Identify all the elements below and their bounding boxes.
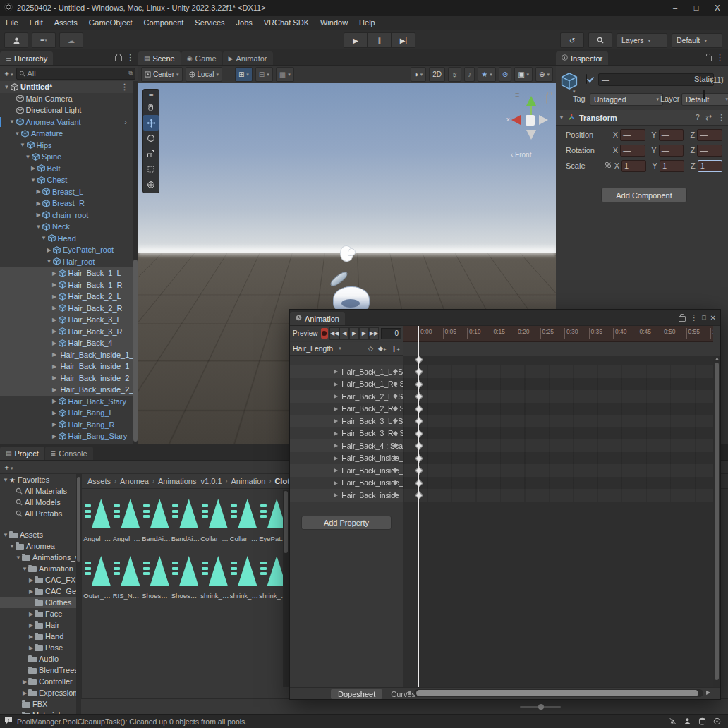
anim-property-hair-back-3-r-scale[interactable]: ▶ Hair_Back_3_R : Scale	[290, 427, 403, 440]
foldout-arrow[interactable]: ▼	[3, 84, 11, 90]
gizmo-x-axis[interactable]	[511, 115, 521, 125]
status-bar[interactable]: PoolManager.PoolCleanupTask(): Cleaned u…	[0, 714, 728, 728]
foldout-arrow[interactable]: ▼	[559, 114, 564, 121]
hierarchy-item-chain-root[interactable]: ▶ chain_root	[0, 210, 133, 222]
search-picker-icon[interactable]: ⧉	[128, 70, 133, 77]
hierarchy-item-chest[interactable]: ▼ Chest	[0, 174, 133, 186]
close-icon[interactable]: ✕	[710, 314, 716, 322]
breadcrumb-anomea[interactable]: Anomea	[120, 477, 149, 485]
hierarchy-item-main-camera[interactable]: Main Camera	[0, 93, 133, 105]
foldout-arrow[interactable]: ▶	[28, 577, 35, 583]
rotate-tool[interactable]	[143, 131, 159, 146]
add-property-button[interactable]: Add Property	[301, 516, 392, 530]
anim-property-hair-back-1-l-scale[interactable]: ▶ Hair_Back_1_L : Scale	[290, 365, 403, 378]
menu-gameobject[interactable]: GameObject	[83, 16, 138, 30]
dopesheet-row[interactable]	[403, 439, 713, 452]
hierarchy-item-directional-light[interactable]: Directional Light	[0, 104, 133, 116]
foldout-arrow[interactable]: ▼	[2, 532, 9, 538]
asset-ris-none[interactable]: RIS_None	[113, 555, 142, 600]
gizmo-center-cube[interactable]	[526, 115, 535, 126]
foldout-arrow[interactable]: ▶	[334, 406, 338, 412]
kebab-menu-icon[interactable]: ⋮	[121, 83, 133, 92]
dopesheet-row[interactable]	[403, 415, 713, 427]
foldout-arrow[interactable]: ▶	[51, 398, 59, 404]
asset-shoes-off[interactable]: Shoes_OFF	[142, 555, 171, 600]
hierarchy-item-hair-back-inside-2-l[interactable]: ▶ Hair_Back_inside_2_L	[0, 372, 133, 384]
overlay-menu-icon[interactable]: ＝	[143, 90, 159, 99]
shading-mode-dropdown[interactable]: ◑▾	[411, 67, 427, 82]
hierarchy-item-spine[interactable]: ▼ Spine	[0, 151, 133, 163]
foldout-arrow[interactable]: ▶	[51, 421, 59, 427]
scale-tool[interactable]	[143, 146, 159, 162]
foldout-arrow[interactable]: ▶	[51, 340, 59, 346]
lock-icon[interactable]	[679, 316, 686, 322]
hierarchy-item-head[interactable]: ▼ Head	[0, 233, 133, 245]
title-bar[interactable]: 20250402 - Untitled - Windows, Mac, Linu…	[0, 0, 728, 16]
hand-tool[interactable]	[143, 99, 159, 115]
kebab-menu-icon[interactable]: ⋮	[717, 113, 725, 122]
cache-server-icon[interactable]	[698, 717, 706, 727]
foldout-arrow[interactable]: ▼	[19, 142, 27, 148]
keyframe-diamond[interactable]	[415, 356, 423, 363]
presets-icon[interactable]: ⇄	[705, 113, 712, 122]
foldout-arrow[interactable]: ▶	[51, 375, 59, 381]
project-item-expression[interactable]: ▶ Expression	[0, 687, 76, 698]
hierarchy-search-input[interactable]: All ⧉	[16, 68, 135, 80]
rotation-x-field[interactable]: —	[620, 145, 645, 157]
hierarchy-item-hair-back-1-r[interactable]: ▶ Hair_Back_1_R	[0, 279, 133, 291]
project-item-audio[interactable]: Audio	[0, 653, 76, 665]
foldout-arrow[interactable]: ▼	[8, 119, 16, 125]
project-item-controller[interactable]: ▶ Controller	[0, 676, 76, 687]
active-checkbox[interactable]	[586, 74, 587, 84]
static-checkbox[interactable]	[703, 90, 705, 99]
prefab-open-chevron[interactable]: ›	[124, 118, 133, 126]
anim-property-hair-back-1-r-scale[interactable]: ▶ Hair_Back_1_R : Scale	[290, 378, 403, 391]
search-icon[interactable]	[588, 32, 612, 48]
dopesheet-row[interactable]	[403, 390, 713, 403]
scroll-up-arrow[interactable]: ▲	[715, 356, 720, 360]
asset-bandaid[interactable]: BandAid_...	[142, 498, 171, 542]
project-item-animation[interactable]: ▼ Animation	[0, 563, 76, 574]
dopesheet-row[interactable]	[403, 427, 713, 440]
rect-tool[interactable]	[143, 162, 159, 177]
dopesheet-row[interactable]	[403, 477, 713, 490]
hierarchy-item-hair-bang-l[interactable]: ▶ Hair_Bang_L	[0, 407, 133, 419]
dopesheet-vscrollbar[interactable]: ▲	[713, 356, 720, 687]
maximize-icon[interactable]: □	[702, 314, 705, 321]
hierarchy-scrollbar[interactable]	[133, 81, 138, 444]
foldout-arrow[interactable]: ▶	[51, 328, 59, 334]
foldout-arrow[interactable]: ▼	[13, 131, 21, 137]
foldout-arrow[interactable]: ▼	[40, 235, 48, 241]
help-icon[interactable]: ?	[696, 113, 700, 122]
hierarchy-item-hair-back-stary[interactable]: ▶ Hair_Back_Stary	[0, 396, 133, 408]
anim-property-hair-back-2-r-scale[interactable]: ▶ Hair_Back_2_R : Scale	[290, 403, 403, 415]
foldout-arrow[interactable]: ▶	[334, 492, 338, 498]
foldout-arrow[interactable]: ▶	[35, 188, 42, 195]
foldout-arrow[interactable]: ▶	[51, 387, 59, 393]
foldout-arrow[interactable]: ▶	[35, 200, 42, 207]
tool-handle-snap-icon[interactable]: ⊞▾	[235, 67, 253, 82]
menu-window[interactable]: Window	[315, 16, 353, 30]
transform-tool[interactable]	[143, 177, 159, 193]
hierarchy-item-hair-back-inside-1-l[interactable]: ▶ Hair_Back_inside_1_L	[0, 349, 133, 361]
foldout-arrow[interactable]: ▶	[51, 317, 59, 323]
asset-shrink-upp[interactable]: shrink_upp...	[200, 555, 230, 600]
foldout-arrow[interactable]: ▶	[334, 480, 338, 486]
asset-grid-scrollbar[interactable]	[283, 490, 289, 687]
foldout-arrow[interactable]: ▶	[334, 455, 338, 461]
foldout-arrow[interactable]: ▶	[21, 690, 28, 696]
lighting-toggle-icon[interactable]: ☼	[448, 67, 461, 82]
project-item-favorites[interactable]: ▼ ★ Favorites	[0, 474, 76, 485]
tab-dopesheet[interactable]: Dopesheet	[331, 689, 382, 699]
project-item-assets[interactable]: ▼ Assets	[0, 529, 76, 540]
hierarchy-item-hair-back-1-l[interactable]: ▶ Hair_Back_1_L	[0, 267, 133, 279]
tag-dropdown[interactable]: Untagged▾	[590, 93, 663, 106]
dopesheet-row[interactable]	[403, 489, 713, 502]
project-item-cac-fx[interactable]: ▶ CAC_FX	[0, 574, 76, 586]
hidden-objects-toggle-icon[interactable]: ⊘	[499, 67, 511, 82]
foldout-arrow[interactable]: ▶	[51, 293, 59, 300]
asset-bandaid[interactable]: BandAid_...	[171, 498, 201, 542]
anim-property-hair-back-inside-1-r-scale[interactable]: ▶ Hair_Back_inside_1_R : Scale	[290, 464, 403, 477]
progress-spinner-icon[interactable]	[713, 717, 721, 727]
tab-project[interactable]: ▤Project	[0, 447, 44, 460]
